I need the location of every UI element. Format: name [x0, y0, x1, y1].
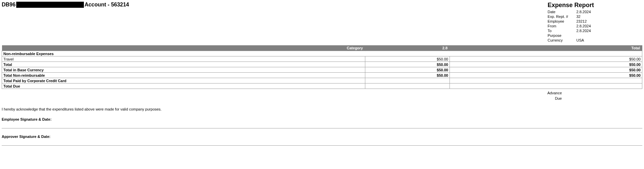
row-date-value: $50.00: [365, 67, 450, 73]
table-row: Total in Base Currency $50.00 $50.00: [2, 67, 642, 73]
meta-date-label: Date: [548, 9, 576, 14]
row-date-value: $50.00: [365, 73, 450, 78]
redacted-block: [16, 2, 84, 8]
table-row: Total $50.00 $50.00: [2, 62, 642, 67]
row-label: Total in Base Currency: [2, 67, 365, 73]
account-title: DB96 Account - 563214: [2, 2, 129, 8]
meta-from-label: From: [548, 24, 576, 28]
meta-purpose-value: [576, 33, 593, 38]
meta-currency-label: Currency: [548, 38, 576, 43]
account-prefix: DB96: [2, 2, 16, 8]
row-total-value: $50.00: [450, 56, 642, 62]
employee-signature-label: Employee Signature & Date:: [2, 117, 642, 121]
table-row: Total Non-reimbursable $50.00 $50.00: [2, 73, 642, 78]
approver-signature-label: Approver Signature & Date:: [2, 135, 642, 139]
acknowledgement-text: I hereby acknowledge that the expenditur…: [2, 107, 642, 111]
row-total-value: $50.00: [450, 67, 642, 73]
row-total-value: [450, 83, 642, 89]
meta-rept-label: Exp. Rept. #: [548, 14, 576, 19]
meta-rept-value: 32: [576, 14, 593, 19]
meta-purpose-label: Purpose: [548, 33, 576, 38]
section-header: Non-reimbursable Expenses: [2, 51, 642, 56]
row-date-value: [365, 83, 450, 89]
row-label: Total Paid by Corporate Credit Card: [2, 78, 365, 83]
meta-employee-label: Employee: [548, 19, 576, 24]
meta-employee-value: 23212: [576, 19, 593, 24]
row-label: Total Non-reimbursable: [2, 73, 365, 78]
row-total-value: [450, 78, 642, 83]
report-meta: Expense Report Date2.8.2024 Exp. Rept. #…: [548, 2, 642, 43]
col-category: Category: [2, 45, 365, 51]
row-total-value: $50.00: [450, 62, 642, 67]
meta-to-label: To: [548, 28, 576, 33]
row-label: Travel: [2, 56, 365, 62]
meta-table: Date2.8.2024 Exp. Rept. #32 Employee2321…: [548, 9, 593, 43]
table-row: Non-reimbursable Expenses: [2, 51, 642, 56]
footer-due-label: Due: [547, 96, 562, 101]
report-title: Expense Report: [548, 2, 642, 9]
row-label: Total: [2, 62, 365, 67]
employee-signature-line: [2, 128, 642, 128]
row-total-value: $50.00: [450, 73, 642, 78]
table-row: Total Paid by Corporate Credit Card: [2, 78, 642, 83]
footer-meta: Advance Due: [2, 90, 642, 101]
meta-date-value: 2.8.2024: [576, 9, 593, 14]
row-label: Total Due: [2, 83, 365, 89]
meta-to-value: 2.8.2024: [576, 28, 593, 33]
footer-advance-label: Advance: [547, 90, 562, 96]
table-row: Total Due: [2, 83, 642, 89]
col-date: 2.8: [365, 45, 450, 51]
col-total: Total: [450, 45, 642, 51]
meta-from-value: 2.8.2024: [576, 24, 593, 28]
row-date-value: [365, 78, 450, 83]
table-row: Travel $50.00 $50.00: [2, 56, 642, 62]
meta-currency-value: USA: [576, 38, 593, 43]
approver-signature-line: [2, 145, 642, 146]
expense-table: Category 2.8 Total Non-reimbursable Expe…: [2, 45, 642, 89]
row-date-value: $50.00: [365, 62, 450, 67]
account-suffix: Account - 563214: [85, 2, 129, 8]
row-date-value: $50.00: [365, 56, 450, 62]
